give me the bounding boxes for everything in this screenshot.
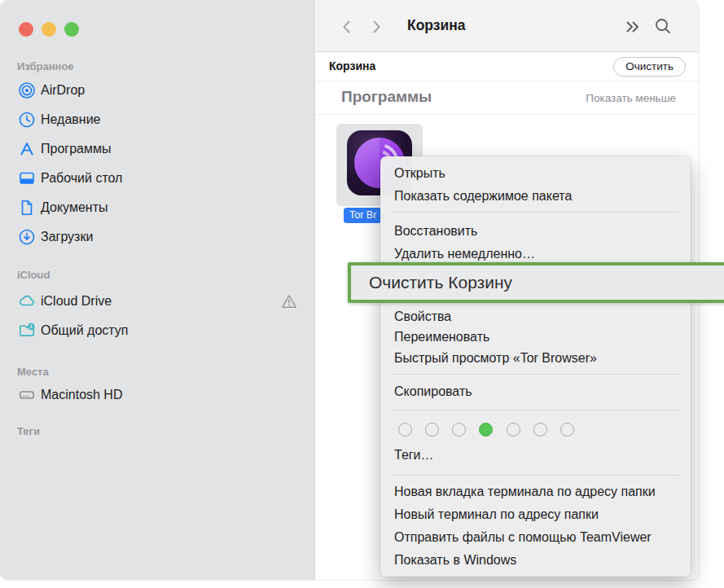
menu-item-tags[interactable]: Теги… (380, 444, 691, 467)
tag-color-2[interactable] (425, 423, 439, 437)
empty-trash-button[interactable]: Очистить (613, 57, 686, 77)
sidebar-item-label: AirDrop (41, 83, 85, 98)
sidebar-item-icloud-drive[interactable]: iCloud Drive (11, 288, 308, 314)
close-window-button[interactable] (19, 22, 33, 37)
sidebar-item-label: Macintosh HD (41, 388, 122, 402)
sidebar-item-label: Документы (41, 200, 108, 215)
sidebar-item-label: Общий доступ (41, 323, 129, 338)
sidebar-item-label: Загрузки (41, 230, 93, 244)
menu-item-new-terminal[interactable]: Новый терминал по адресу папки (380, 503, 691, 526)
back-button[interactable] (339, 19, 355, 35)
group-header-row: Программы Показать меньше (316, 81, 699, 115)
menu-item-open[interactable]: Открыть (380, 162, 691, 185)
sidebar-item-applications[interactable]: Программы (11, 136, 308, 162)
tag-color-7[interactable] (560, 423, 574, 437)
sidebar-item-airdrop[interactable]: AirDrop (11, 77, 308, 103)
sidebar-item-label: iCloud Drive (41, 294, 112, 309)
file-name-label[interactable]: Tor Br (344, 208, 382, 223)
menu-separator (392, 212, 679, 213)
sidebar-item-desktop[interactable]: Рабочий стол (11, 165, 308, 191)
location-label: Корзина (329, 59, 375, 72)
sidebar-item-label: Рабочий стол (41, 171, 122, 186)
screenshot-stage: Избранное AirDrop Недавние Программы (0, 0, 724, 588)
airdrop-icon (18, 81, 36, 99)
shared-folder-icon (18, 322, 36, 340)
toolbar: Корзина (316, 0, 699, 52)
toolbar-overflow-icon[interactable] (624, 18, 642, 36)
menu-item-show-package-contents[interactable]: Показать содержимое пакета (380, 185, 691, 208)
menu-separator (392, 475, 679, 476)
group-title: Программы (341, 88, 432, 106)
menu-item-get-info[interactable]: Свойства (380, 305, 691, 328)
sidebar-section-places: Места (17, 366, 49, 378)
document-icon (18, 199, 36, 217)
desktop-icon (18, 169, 36, 187)
sidebar: Избранное AirDrop Недавние Программы (0, 0, 315, 580)
tag-color-4-green-selected[interactable] (479, 423, 493, 437)
sidebar-item-label: Недавние (41, 112, 101, 127)
search-icon[interactable] (654, 17, 672, 35)
annotation-label[interactable]: Очистить Корзину (369, 273, 512, 292)
tag-color-1[interactable] (398, 423, 412, 437)
sidebar-section-icloud: iCloud (17, 269, 50, 281)
tag-color-5[interactable] (507, 423, 520, 437)
sidebar-section-favorites: Избранное (17, 60, 74, 72)
clock-icon (18, 111, 36, 129)
sidebar-item-recents[interactable]: Недавние (11, 107, 308, 133)
menu-item-copy[interactable]: Скопировать (380, 380, 691, 403)
sidebar-item-macintosh-hd[interactable]: Macintosh HD (11, 382, 308, 408)
menu-item-new-terminal-tab[interactable]: Новая вкладка терминала по адресу папки (380, 480, 691, 503)
menu-separator (392, 374, 679, 375)
sidebar-item-shared[interactable]: Общий доступ (11, 318, 308, 344)
menu-item-restore[interactable]: Восстановить (380, 220, 691, 243)
menu-item-rename[interactable]: Переименовать (380, 326, 691, 349)
menu-separator (392, 410, 679, 410)
forward-button[interactable] (368, 19, 384, 35)
tag-color-6[interactable] (533, 423, 547, 437)
sidebar-section-tags: Теги (17, 425, 40, 437)
zoom-window-button[interactable] (64, 22, 79, 37)
hard-drive-icon (18, 386, 36, 404)
applications-icon (18, 140, 36, 158)
menu-item-send-teamviewer[interactable]: Отправить файлы с помощью TeamViewer (380, 526, 691, 549)
tag-color-row (380, 419, 691, 441)
trash-status-bar: Корзина Очистить (316, 53, 699, 81)
minimize-window-button[interactable] (42, 22, 56, 37)
show-less-link[interactable]: Показать меньше (586, 92, 676, 104)
menu-item-show-in-windows[interactable]: Показать в Windows (380, 549, 691, 572)
sidebar-item-downloads[interactable]: Загрузки (11, 224, 308, 250)
annotation-highlight-box: Очистить Корзину (348, 262, 724, 303)
warning-icon (280, 292, 298, 310)
tag-color-3[interactable] (452, 423, 466, 437)
sidebar-item-label: Программы (41, 142, 111, 156)
menu-item-quick-look[interactable]: Быстрый просмотр «Tor Browser» (380, 347, 691, 370)
context-menu: Открыть Показать содержимое пакета Восст… (380, 156, 691, 577)
cloud-icon (18, 292, 36, 310)
downloads-icon (18, 228, 36, 246)
sidebar-item-documents[interactable]: Документы (11, 195, 308, 221)
window-title: Корзина (407, 17, 466, 34)
